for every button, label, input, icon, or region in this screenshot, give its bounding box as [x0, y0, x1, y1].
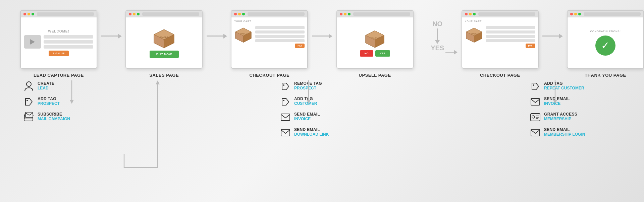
- no-button[interactable]: NO: [360, 50, 373, 57]
- field-1: [44, 35, 93, 39]
- send-email-label-1: SEND EMAIL: [294, 112, 320, 117]
- dot-green-6: [578, 13, 581, 15]
- field-2: [44, 40, 93, 44]
- subscribe-label: SUBSCRIBE: [38, 112, 70, 117]
- arrow-3: [312, 10, 332, 69]
- no-label: NO: [432, 20, 442, 28]
- pay-button-1[interactable]: PAY: [295, 44, 305, 48]
- checkout1-content: YOUR CART FRAGILE: [231, 17, 307, 68]
- invoice-subtitle-2: INVOICE: [544, 101, 570, 106]
- horiz-arrow-3: [312, 34, 332, 39]
- checkout2-row: FRAGILE PAY: [465, 26, 535, 48]
- page-unit-checkout1: YOUR CART FRAGILE: [231, 10, 308, 78]
- browser-bar-thankyou: [568, 11, 643, 17]
- lcp-middle: [24, 35, 93, 49]
- dot-yellow-5: [469, 13, 472, 15]
- upsell-inner: FRAGILE NO YES: [360, 29, 390, 57]
- svg-rect-36: [281, 129, 290, 136]
- dot-green-4: [348, 13, 351, 15]
- yes-button[interactable]: YES: [375, 50, 390, 57]
- create-lead-text: CREATE LEAD: [38, 81, 54, 90]
- send-email-download-text: SEND EMAIL DOWNLOAD LINK: [294, 127, 329, 137]
- browser-upsell: FRAGILE NO YES: [336, 10, 414, 69]
- browser-address-2: [142, 12, 199, 16]
- add-tag-customer-text: ADD TAG CUSTOMER: [294, 96, 317, 106]
- send-email-label-4: SEND EMAIL: [544, 127, 585, 132]
- action-col-3: ADD TAG REPEAT CUSTOMER SEND EMAIL INVOI…: [530, 81, 644, 138]
- action-send-email-download: SEND EMAIL DOWNLOAD LINK: [280, 127, 384, 138]
- play-button: [24, 35, 41, 49]
- tag-icon-4: [530, 81, 541, 92]
- checkout1-fields: PAY: [255, 26, 305, 48]
- dot-green-5: [473, 13, 476, 15]
- signup-button[interactable]: SIGN UP: [49, 51, 69, 56]
- svg-point-37: [533, 84, 534, 86]
- prospect-subtitle-1: PROSPECT: [38, 101, 60, 106]
- browser-checkout2: YOUR CART FRAGILE: [462, 10, 539, 69]
- invoice-subtitle-1: INVOICE: [294, 117, 320, 121]
- dot-green-3: [242, 13, 245, 15]
- no-line: [437, 28, 438, 40]
- person-icon: [23, 81, 34, 92]
- arrow-line-5: [542, 36, 559, 37]
- action-grant-access: GRANT ACCESS MEMBERSHIP: [530, 112, 641, 123]
- cf2-1: [486, 26, 535, 29]
- remove-tag-text: REMOVE TAG PROSPECT: [294, 81, 322, 90]
- dot-red-6: [570, 13, 573, 15]
- pay-button-2[interactable]: PAY: [526, 44, 535, 48]
- buynow-button[interactable]: BUY NOW: [150, 51, 179, 58]
- browser-bar-lead: [21, 11, 97, 17]
- your-cart-label2: YOUR CART: [465, 20, 482, 22]
- svg-rect-35: [281, 114, 290, 121]
- cf2-2: [486, 30, 535, 33]
- dot-yellow: [28, 13, 30, 15]
- lcp-inner: WELCOME! SIG: [24, 29, 93, 56]
- membership-subtitle: MEMBERSHIP: [544, 117, 577, 121]
- envelope-icon-4: [530, 127, 541, 138]
- flow-layout: WELCOME! SIG: [20, 10, 644, 138]
- add-tag-label-1: ADD TAG: [38, 96, 60, 101]
- dot-yellow-4: [344, 13, 346, 15]
- add-tag-label-3: ADD TAG: [544, 81, 584, 86]
- arrow-line-3: [312, 36, 329, 37]
- customer-subtitle: CUSTOMER: [294, 101, 317, 106]
- dot-yellow-3: [238, 13, 241, 15]
- checkout2-content: YOUR CART FRAGILE: [462, 17, 538, 68]
- arrow-head-3: [329, 34, 332, 39]
- svg-point-29: [26, 100, 28, 101]
- congrats-label: CONGRATULATIONS!: [590, 30, 621, 33]
- envelope-icon-3: [530, 96, 541, 107]
- checkout1-row: FRAGILE PAY: [234, 26, 305, 48]
- add-tag-prospect-text: ADD TAG PROSPECT: [38, 96, 60, 106]
- dot-yellow-6: [574, 13, 577, 15]
- browser-bar-checkout2: [462, 11, 538, 17]
- browser-bar-sales: [126, 11, 202, 17]
- branch-area: NO YES: [417, 10, 458, 69]
- svg-text:≈≈≈: ≈≈≈: [163, 39, 165, 41]
- spacer-right: [384, 81, 530, 138]
- send-email-invoice2-text: SEND EMAIL INVOICE: [544, 96, 570, 106]
- sales-inner: FRAGILE ≈≈≈ BUY NOW: [150, 28, 179, 58]
- package-icon-2: FRAGILE: [234, 26, 253, 43]
- action-remove-tag: REMOVE TAG PROSPECT: [280, 81, 384, 92]
- action-subscribe: SUBSCRIBE MAIL CAMPAIGN: [23, 112, 134, 123]
- lead-page-label: LEAD CAPTURE PAGE: [34, 73, 84, 78]
- browser-address: [37, 12, 94, 16]
- grant-access-text: GRANT ACCESS MEMBERSHIP: [544, 112, 577, 121]
- sales-content: FRAGILE ≈≈≈ BUY NOW: [126, 17, 202, 68]
- svg-point-33: [283, 84, 284, 86]
- mail-stack-icon: [23, 112, 34, 123]
- dot-green-2: [137, 13, 140, 15]
- yes-line: [445, 52, 454, 53]
- browser-lead: WELCOME! SIG: [20, 10, 97, 69]
- svg-text:FRAGILE: FRAGILE: [240, 33, 247, 35]
- horiz-arrow-1: [101, 34, 122, 39]
- dot-red-3: [234, 13, 237, 15]
- your-cart-label1: YOUR CART: [234, 20, 251, 22]
- arrow-line-1: [101, 36, 118, 37]
- browser-sales: FRAGILE ≈≈≈ BUY NOW: [125, 10, 203, 69]
- package-icon-3: FRAGILE: [364, 29, 386, 48]
- svg-point-28: [26, 82, 31, 86]
- spacer-mid: [134, 81, 280, 138]
- svg-rect-38: [531, 98, 540, 105]
